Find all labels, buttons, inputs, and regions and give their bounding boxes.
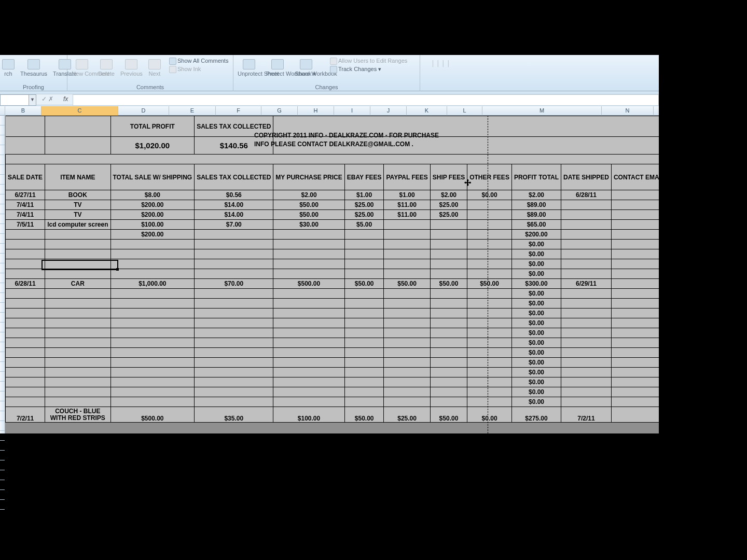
allow-edit-ranges-button[interactable]: Allow Users to Edit Ranges <box>327 57 407 65</box>
col-M[interactable]: M <box>482 106 602 116</box>
col-E[interactable]: E <box>169 106 216 116</box>
new-comment-button[interactable]: New Comment <box>70 56 94 77</box>
delete-comment-button[interactable]: Delete <box>96 56 117 77</box>
unprotect-sheet-button[interactable]: Unprotect Sheet <box>236 56 262 77</box>
share-workbook-button[interactable]: Share Workbook <box>293 56 320 77</box>
ribbon-group-changes: Unprotect Sheet Protect Workbook ▾ Share… <box>233 55 420 91</box>
excel-window: rch Thesaurus Translate Proofing New Com… <box>0 55 659 433</box>
col-G[interactable]: G <box>261 106 298 116</box>
row-headers[interactable] <box>0 116 5 433</box>
formula-bar: ▼ ✓ ✗ fx <box>0 94 659 105</box>
ribbon: rch Thesaurus Translate Proofing New Com… <box>0 55 659 91</box>
col-N[interactable]: N <box>602 106 654 116</box>
next-comment-button[interactable]: Next <box>146 56 163 77</box>
protect-icon <box>330 58 337 65</box>
spelling-button[interactable]: rch <box>0 56 17 77</box>
show-all-comments-button[interactable]: Show All Comments <box>166 57 228 65</box>
ink-icon <box>169 66 176 73</box>
group-label: Proofing <box>0 84 67 90</box>
column-headers[interactable]: B C D E F G H I J K L M N <box>0 106 659 116</box>
copyright-text: COPYRIGHT 2011 INFO - DEALKRAZE.COM - FO… <box>254 131 439 149</box>
ribbon-group-comments: New Comment Delete Previous Next Show Al… <box>67 55 233 91</box>
page-break-line <box>488 116 488 433</box>
protect-workbook-button[interactable]: Protect Workbook ▾ <box>264 56 291 77</box>
col-C[interactable]: C <box>42 106 118 116</box>
ribbon-group-proofing: rch Thesaurus Translate Proofing <box>0 55 67 91</box>
show-ink-button[interactable]: Show Ink <box>166 65 228 74</box>
name-box[interactable]: ▼ <box>0 94 36 106</box>
namebox-dropdown-icon[interactable]: ▼ <box>29 95 36 105</box>
fx-icon[interactable]: fx <box>63 95 68 103</box>
col-D[interactable]: D <box>118 106 169 116</box>
col-B[interactable]: B <box>5 106 42 116</box>
comment-icon <box>169 58 176 65</box>
spreadsheet-grid[interactable]: TOTAL PROFITSALES TAX COLLECTED$1,020.00… <box>5 116 659 433</box>
col-F[interactable]: F <box>216 106 261 116</box>
group-label: Changes <box>233 84 420 90</box>
group-label: Comments <box>67 84 233 90</box>
prev-comment-button[interactable]: Previous <box>118 56 145 77</box>
col-J[interactable]: J <box>370 106 407 116</box>
track-changes-button[interactable]: Track Changes ▾ <box>327 65 407 74</box>
fx-controls: ✓ ✗ <box>38 94 57 106</box>
formula-input[interactable] <box>73 94 659 106</box>
col-I[interactable]: I <box>334 106 370 116</box>
ribbon-group-extra: │ │ │ │ <box>420 55 462 91</box>
col-L[interactable]: L <box>447 106 482 116</box>
thesaurus-button[interactable]: Thesaurus <box>18 56 49 77</box>
col-K[interactable]: K <box>407 106 447 116</box>
col-H[interactable]: H <box>298 106 334 116</box>
track-icon <box>330 66 337 73</box>
